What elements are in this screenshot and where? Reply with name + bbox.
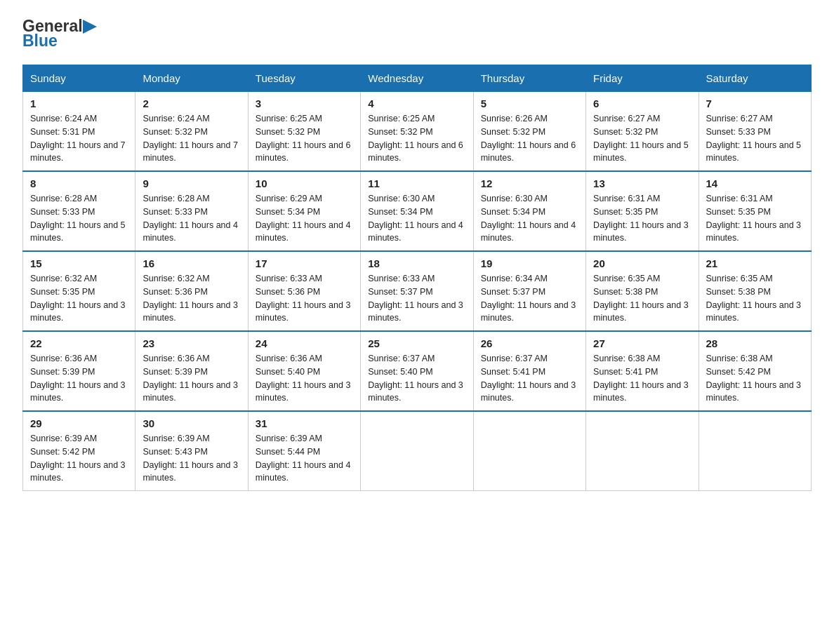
day-number: 1 <box>30 98 128 109</box>
day-info: Sunrise: 6:32 AMSunset: 5:35 PMDaylight:… <box>30 272 128 325</box>
day-number: 10 <box>256 177 353 189</box>
day-info: Sunrise: 6:25 AMSunset: 5:32 PMDaylight:… <box>256 112 353 165</box>
day-info: Sunrise: 6:32 AMSunset: 5:36 PMDaylight:… <box>143 272 240 325</box>
logo-arrow-icon <box>83 20 97 34</box>
day-number: 12 <box>481 177 578 189</box>
svg-marker-0 <box>83 20 97 34</box>
weekday-header-monday: Monday <box>135 65 248 92</box>
day-info: Sunrise: 6:39 AMSunset: 5:42 PMDaylight:… <box>30 432 128 485</box>
logo: General Blue <box>22 17 97 51</box>
calendar-cell: 29Sunrise: 6:39 AMSunset: 5:42 PMDayligh… <box>23 411 135 491</box>
calendar-cell: 27Sunrise: 6:38 AMSunset: 5:41 PMDayligh… <box>586 331 699 411</box>
day-info: Sunrise: 6:31 AMSunset: 5:35 PMDaylight:… <box>593 192 691 245</box>
calendar-cell: 10Sunrise: 6:29 AMSunset: 5:34 PMDayligh… <box>248 171 360 251</box>
calendar-cell: 21Sunrise: 6:35 AMSunset: 5:38 PMDayligh… <box>699 251 811 331</box>
day-number: 29 <box>30 417 128 429</box>
day-info: Sunrise: 6:39 AMSunset: 5:43 PMDaylight:… <box>143 432 240 485</box>
calendar-cell: 8Sunrise: 6:28 AMSunset: 5:33 PMDaylight… <box>23 171 135 251</box>
weekday-header-friday: Friday <box>586 65 699 92</box>
day-number: 11 <box>368 177 465 189</box>
weekday-header-tuesday: Tuesday <box>248 65 360 92</box>
calendar-cell: 22Sunrise: 6:36 AMSunset: 5:39 PMDayligh… <box>23 331 135 411</box>
day-info: Sunrise: 6:38 AMSunset: 5:42 PMDaylight:… <box>706 352 804 405</box>
day-info: Sunrise: 6:27 AMSunset: 5:33 PMDaylight:… <box>706 112 804 165</box>
calendar-cell: 28Sunrise: 6:38 AMSunset: 5:42 PMDayligh… <box>699 331 811 411</box>
day-info: Sunrise: 6:28 AMSunset: 5:33 PMDaylight:… <box>143 192 240 245</box>
day-number: 30 <box>143 417 240 429</box>
day-info: Sunrise: 6:27 AMSunset: 5:32 PMDaylight:… <box>593 112 691 165</box>
calendar-cell <box>586 411 699 491</box>
day-info: Sunrise: 6:37 AMSunset: 5:40 PMDaylight:… <box>368 352 465 405</box>
week-row-2: 8Sunrise: 6:28 AMSunset: 5:33 PMDaylight… <box>23 171 812 251</box>
day-number: 24 <box>256 337 353 349</box>
calendar-cell: 13Sunrise: 6:31 AMSunset: 5:35 PMDayligh… <box>586 171 699 251</box>
week-row-3: 15Sunrise: 6:32 AMSunset: 5:35 PMDayligh… <box>23 251 812 331</box>
calendar-cell: 20Sunrise: 6:35 AMSunset: 5:38 PMDayligh… <box>586 251 699 331</box>
day-number: 9 <box>143 177 240 189</box>
day-info: Sunrise: 6:33 AMSunset: 5:36 PMDaylight:… <box>256 272 353 325</box>
day-info: Sunrise: 6:29 AMSunset: 5:34 PMDaylight:… <box>256 192 353 245</box>
calendar-cell: 5Sunrise: 6:26 AMSunset: 5:32 PMDaylight… <box>473 92 585 172</box>
week-row-4: 22Sunrise: 6:36 AMSunset: 5:39 PMDayligh… <box>23 331 812 411</box>
day-info: Sunrise: 6:36 AMSunset: 5:39 PMDaylight:… <box>143 352 240 405</box>
calendar-cell <box>473 411 585 491</box>
logo-blue-text: Blue <box>22 32 58 51</box>
calendar-cell: 26Sunrise: 6:37 AMSunset: 5:41 PMDayligh… <box>473 331 585 411</box>
weekday-header-thursday: Thursday <box>473 65 585 92</box>
calendar-cell: 4Sunrise: 6:25 AMSunset: 5:32 PMDaylight… <box>361 92 473 172</box>
weekday-header-wednesday: Wednesday <box>361 65 473 92</box>
week-row-5: 29Sunrise: 6:39 AMSunset: 5:42 PMDayligh… <box>23 411 812 491</box>
day-number: 7 <box>706 98 804 109</box>
calendar-header: SundayMondayTuesdayWednesdayThursdayFrid… <box>23 65 812 92</box>
day-info: Sunrise: 6:24 AMSunset: 5:31 PMDaylight:… <box>30 112 128 165</box>
calendar-table: SundayMondayTuesdayWednesdayThursdayFrid… <box>22 65 812 491</box>
weekday-header-sunday: Sunday <box>23 65 135 92</box>
day-info: Sunrise: 6:26 AMSunset: 5:32 PMDaylight:… <box>481 112 578 165</box>
day-number: 19 <box>481 257 578 269</box>
day-info: Sunrise: 6:35 AMSunset: 5:38 PMDaylight:… <box>593 272 691 325</box>
calendar-body: 1Sunrise: 6:24 AMSunset: 5:31 PMDaylight… <box>23 92 812 491</box>
calendar-cell: 30Sunrise: 6:39 AMSunset: 5:43 PMDayligh… <box>135 411 248 491</box>
day-info: Sunrise: 6:36 AMSunset: 5:39 PMDaylight:… <box>30 352 128 405</box>
page-header: General Blue <box>22 17 812 51</box>
day-number: 4 <box>368 98 465 109</box>
calendar-cell: 12Sunrise: 6:30 AMSunset: 5:34 PMDayligh… <box>473 171 585 251</box>
calendar-cell: 18Sunrise: 6:33 AMSunset: 5:37 PMDayligh… <box>361 251 473 331</box>
day-number: 28 <box>706 337 804 349</box>
day-info: Sunrise: 6:33 AMSunset: 5:37 PMDaylight:… <box>368 272 465 325</box>
day-number: 15 <box>30 257 128 269</box>
day-info: Sunrise: 6:39 AMSunset: 5:44 PMDaylight:… <box>256 432 353 485</box>
day-info: Sunrise: 6:28 AMSunset: 5:33 PMDaylight:… <box>30 192 128 245</box>
day-info: Sunrise: 6:36 AMSunset: 5:40 PMDaylight:… <box>256 352 353 405</box>
day-number: 5 <box>481 98 578 109</box>
calendar-cell: 14Sunrise: 6:31 AMSunset: 5:35 PMDayligh… <box>699 171 811 251</box>
calendar-cell: 2Sunrise: 6:24 AMSunset: 5:32 PMDaylight… <box>135 92 248 172</box>
day-info: Sunrise: 6:25 AMSunset: 5:32 PMDaylight:… <box>368 112 465 165</box>
day-number: 18 <box>368 257 465 269</box>
day-number: 2 <box>143 98 240 109</box>
calendar-cell: 17Sunrise: 6:33 AMSunset: 5:36 PMDayligh… <box>248 251 360 331</box>
day-info: Sunrise: 6:35 AMSunset: 5:38 PMDaylight:… <box>706 272 804 325</box>
day-info: Sunrise: 6:34 AMSunset: 5:37 PMDaylight:… <box>481 272 578 325</box>
day-number: 13 <box>593 177 691 189</box>
day-number: 8 <box>30 177 128 189</box>
calendar-cell: 7Sunrise: 6:27 AMSunset: 5:33 PMDaylight… <box>699 92 811 172</box>
day-number: 31 <box>256 417 353 429</box>
week-row-1: 1Sunrise: 6:24 AMSunset: 5:31 PMDaylight… <box>23 92 812 172</box>
calendar-cell: 6Sunrise: 6:27 AMSunset: 5:32 PMDaylight… <box>586 92 699 172</box>
day-info: Sunrise: 6:30 AMSunset: 5:34 PMDaylight:… <box>481 192 578 245</box>
day-number: 17 <box>256 257 353 269</box>
calendar-cell: 3Sunrise: 6:25 AMSunset: 5:32 PMDaylight… <box>248 92 360 172</box>
day-info: Sunrise: 6:31 AMSunset: 5:35 PMDaylight:… <box>706 192 804 245</box>
calendar-cell: 16Sunrise: 6:32 AMSunset: 5:36 PMDayligh… <box>135 251 248 331</box>
day-number: 26 <box>481 337 578 349</box>
calendar-cell: 24Sunrise: 6:36 AMSunset: 5:40 PMDayligh… <box>248 331 360 411</box>
calendar-cell: 23Sunrise: 6:36 AMSunset: 5:39 PMDayligh… <box>135 331 248 411</box>
day-info: Sunrise: 6:24 AMSunset: 5:32 PMDaylight:… <box>143 112 240 165</box>
day-number: 23 <box>143 337 240 349</box>
calendar-cell: 11Sunrise: 6:30 AMSunset: 5:34 PMDayligh… <box>361 171 473 251</box>
calendar-cell: 19Sunrise: 6:34 AMSunset: 5:37 PMDayligh… <box>473 251 585 331</box>
day-number: 25 <box>368 337 465 349</box>
day-info: Sunrise: 6:38 AMSunset: 5:41 PMDaylight:… <box>593 352 691 405</box>
calendar-cell: 15Sunrise: 6:32 AMSunset: 5:35 PMDayligh… <box>23 251 135 331</box>
